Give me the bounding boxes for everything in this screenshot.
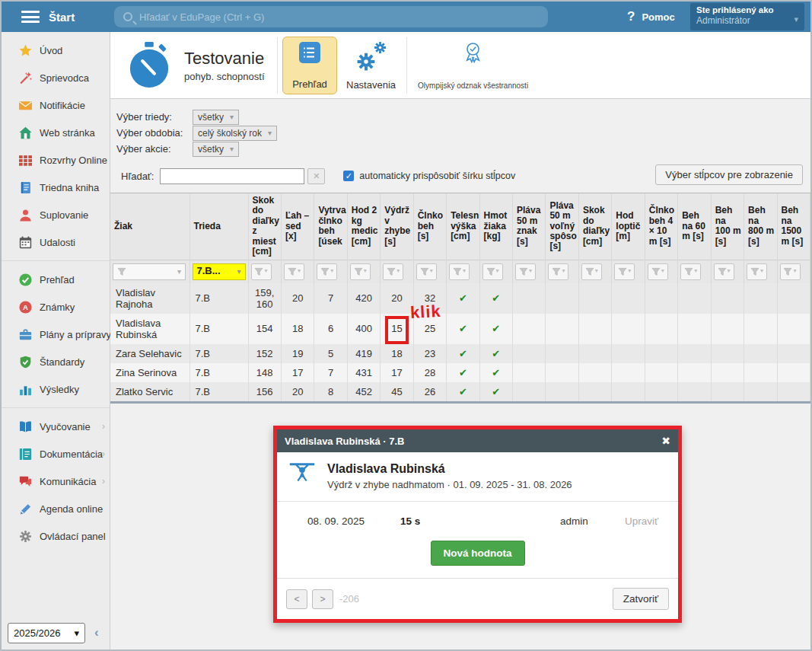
sidebar-item-agenda-online[interactable]: Agenda online (2, 495, 110, 522)
sidebar-item-plany-a-pripravy[interactable]: Plány a prípravy (2, 321, 110, 348)
student-name-cell[interactable]: Zara Selehavic (110, 344, 189, 363)
value-cell[interactable]: 17 (381, 363, 413, 382)
value-cell[interactable]: 7 (314, 363, 347, 382)
value-cell[interactable]: 154 (248, 314, 281, 344)
column-filter-button[interactable]: ▾ (449, 263, 470, 280)
value-cell[interactable]: ✔ (479, 283, 512, 314)
column-header[interactable]: Hod loptič [m] (612, 193, 645, 260)
column-header[interactable]: Telesn výška [cm] (447, 193, 479, 260)
value-cell[interactable]: 19 (281, 344, 314, 363)
column-header[interactable]: Vytrva člnko beh [úsek (314, 193, 347, 260)
sidebar-item-vyucovanie[interactable]: Vyučovanie› (2, 413, 110, 440)
column-header[interactable]: Člnko beh 4 × 10 m [s] (645, 193, 677, 260)
value-cell[interactable]: 419 (347, 344, 380, 363)
column-filter-button[interactable]: ▾ (350, 263, 371, 280)
column-header[interactable]: Skok do diaľky z miest [cm] (248, 193, 281, 260)
value-cell[interactable]: 28 (413, 363, 446, 382)
value-cell[interactable]: 7 (314, 283, 347, 314)
value-cell[interactable]: ✔ (447, 363, 479, 382)
student-name-cell[interactable]: Zina Serinova (110, 363, 189, 382)
sidebar-collapse-icon[interactable]: ‹ (94, 625, 99, 640)
new-value-button[interactable]: Nová hodnota (431, 541, 525, 566)
sidebar-item-web-stranka[interactable]: Web stránka (2, 119, 110, 146)
column-header[interactable]: Beh na 60 m [s] (678, 193, 711, 260)
column-header[interactable]: Beh na 100 m [s] (711, 193, 744, 260)
value-cell[interactable]: 156 (248, 382, 281, 401)
value-cell[interactable]: 431 (347, 363, 380, 382)
value-cell[interactable]: ✔ (479, 314, 512, 344)
help-button[interactable]: ? Pomoc (627, 2, 675, 32)
sidebar-item-suplovanie[interactable]: Suplovanie (2, 201, 110, 228)
value-cell[interactable]: 20 (281, 283, 314, 314)
column-filter-button[interactable]: ▾ (251, 263, 272, 280)
column-header[interactable]: Žiak (110, 193, 189, 260)
value-cell[interactable]: ✔ (447, 314, 479, 344)
value-cell[interactable]: 148 (248, 363, 281, 382)
value-cell[interactable]: 26 (413, 382, 446, 401)
sidebar-item-sprievodca[interactable]: Sprievodca (2, 64, 110, 91)
sidebar-item-standardy[interactable]: Štandardy (2, 348, 110, 375)
period-filter-select[interactable]: celý školský rok ▾ (193, 126, 277, 141)
value-cell[interactable]: 15 (381, 314, 413, 344)
column-filter-button[interactable]: ▾ (548, 263, 568, 280)
hamburger-menu-icon[interactable] (21, 11, 40, 23)
sidebar-item-triedna-kniha[interactable]: Triedna kniha (2, 174, 110, 201)
column-filter-button[interactable]: ▾ (780, 263, 801, 280)
value-cell[interactable]: 152 (248, 344, 281, 363)
close-icon[interactable]: ✖ (661, 435, 670, 447)
column-filter-button[interactable]: ▾ (648, 263, 668, 280)
column-chooser-button[interactable]: Výber stĺpcov pre zobrazenie (655, 164, 803, 185)
value-cell[interactable]: 20 (381, 283, 413, 314)
sidebar-item-uvod[interactable]: Úvod (2, 37, 110, 64)
value-cell[interactable]: 6 (314, 314, 347, 344)
value-cell[interactable]: ✔ (447, 283, 479, 314)
tab-prehlad[interactable]: Prehľad (282, 37, 337, 94)
value-cell[interactable]: 159, 160 (248, 283, 281, 314)
column-header[interactable]: Ľah – sed [x] (281, 193, 314, 260)
sidebar-item-rozvrhy-online[interactable]: Rozvrhy Online (2, 146, 110, 174)
value-cell[interactable]: 400 (347, 314, 380, 344)
column-header[interactable]: Trieda (189, 193, 248, 260)
sidebar-item-znamky[interactable]: AZnámky (2, 293, 110, 321)
student-filter-select[interactable]: ▾ (113, 263, 186, 280)
column-header[interactable]: Pláva 50 m voľný spôso [s] (546, 193, 578, 260)
column-header[interactable]: Výdrž v zhybe [s] (381, 193, 413, 260)
prev-student-button[interactable]: < (286, 589, 307, 609)
column-filter-button[interactable]: ▾ (747, 263, 767, 280)
value-cell[interactable]: 20 (281, 382, 314, 401)
column-filter-button[interactable]: ▾ (317, 263, 337, 280)
value-cell[interactable]: ✔ (447, 382, 479, 401)
column-header[interactable]: Skok do diaľky [cm] (578, 193, 611, 260)
sidebar-item-udalosti[interactable]: Udalosti (2, 228, 110, 256)
column-filter-button[interactable]: ▾ (416, 263, 437, 280)
value-cell[interactable]: 25 (413, 314, 446, 344)
sidebar-item-notifikacie[interactable]: Notifikácie (2, 91, 110, 119)
sidebar-item-komunikacia[interactable]: Komunikácia› (2, 468, 110, 495)
school-year-select[interactable]: 2025/2026 ▾ (8, 623, 85, 643)
sidebar-item-ovladaci-panel[interactable]: Ovládací panel (2, 522, 110, 550)
column-header[interactable]: Beh na 800 m [s] (744, 193, 777, 260)
value-cell[interactable]: 17 (281, 363, 314, 382)
column-filter-button[interactable]: ▾ (680, 263, 701, 280)
value-cell[interactable]: ✔ (447, 344, 479, 363)
column-header[interactable]: Beh na 1500 m [s] (777, 193, 810, 260)
column-header[interactable]: Hmot žiaka [kg] (479, 193, 512, 260)
value-cell[interactable]: ✔ (479, 363, 512, 382)
edit-link[interactable]: Upraviť (625, 515, 658, 527)
value-cell[interactable]: ✔ (479, 344, 512, 363)
sidebar-item-dokumentacia[interactable]: Dokumentácia› (2, 440, 110, 468)
value-cell[interactable]: 420 (347, 283, 380, 314)
value-cell[interactable]: 45 (381, 382, 413, 401)
column-header[interactable]: Hod 2 kg medic [cm] (347, 193, 380, 260)
class-filter-select[interactable]: všetky ▾ (193, 110, 239, 125)
column-filter-button[interactable]: ▾ (515, 263, 536, 280)
column-header[interactable]: Člnko beh [s] (413, 193, 446, 260)
value-cell[interactable]: 23 (413, 344, 446, 363)
tab-olympijsky-odznak[interactable]: Olympijský odznak všestrannosti (412, 37, 534, 94)
global-search-input[interactable]: Hľadať v EduPage (Ctrl + G) (114, 6, 548, 27)
column-filter-button[interactable]: ▾ (284, 263, 304, 280)
close-modal-button[interactable]: Zatvoriť (613, 588, 669, 610)
auto-width-checkbox[interactable]: ✓ automaticky prispôsobiť šírku stĺpcov (343, 171, 515, 181)
class-filter-active[interactable]: 7.B...▾ (193, 263, 246, 280)
student-name-cell[interactable]: Vladislava Rubinská (110, 314, 189, 344)
